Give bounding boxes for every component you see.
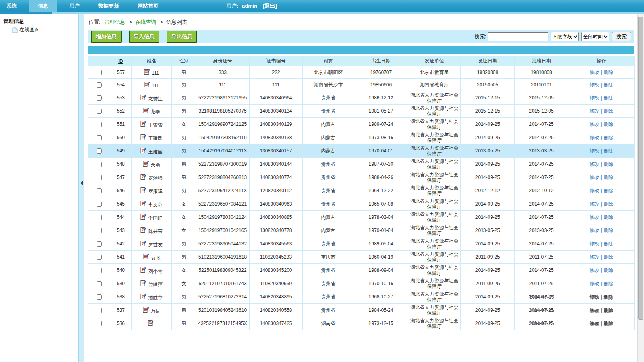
- delete-link[interactable]: 删除: [604, 281, 613, 286]
- delete-link[interactable]: 删除: [604, 214, 613, 220]
- edit-link[interactable]: 修改: [589, 121, 599, 127]
- row-checkbox[interactable]: [97, 294, 102, 300]
- delete-link[interactable]: 删除: [604, 70, 613, 75]
- row-issuer: 湖北省人力资源与社会保障厅: [408, 224, 461, 237]
- row-checkbox[interactable]: [97, 162, 102, 167]
- nav-tab-users[interactable]: 用户: [63, 0, 86, 12]
- scrollbar-thumb[interactable]: [638, 17, 643, 320]
- edit-link[interactable]: 修改: [589, 188, 599, 193]
- edit-doc-icon: [140, 94, 146, 101]
- edit-link[interactable]: 修改: [589, 254, 599, 260]
- export-info-button[interactable]: 导出信息: [167, 31, 197, 43]
- row-checkbox[interactable]: [97, 321, 102, 326]
- edit-link[interactable]: 修改: [589, 148, 599, 154]
- row-checkbox[interactable]: [97, 95, 102, 101]
- row-checkbox[interactable]: [97, 308, 102, 313]
- sidebar-item-online-query[interactable]: 在线查询: [6, 27, 75, 33]
- delete-link[interactable]: 删除: [604, 307, 613, 313]
- edit-link[interactable]: 修改: [589, 135, 599, 140]
- row-checkbox[interactable]: [97, 202, 102, 207]
- edit-link[interactable]: 修改: [589, 307, 599, 313]
- row-cert-no: 140820348895: [250, 290, 303, 304]
- user-label: 用户:: [226, 3, 238, 9]
- search-button[interactable]: 搜索: [612, 32, 631, 41]
- row-birth-date: 1978-03-04: [354, 211, 408, 224]
- row-checkbox[interactable]: [97, 215, 102, 220]
- field-select[interactable]: 不限字段: [551, 32, 579, 41]
- logout-link[interactable]: [退出]: [263, 3, 277, 9]
- delete-link[interactable]: 删除: [604, 228, 613, 233]
- sidebar: 管理信息 在线查询: [0, 14, 78, 362]
- delete-link[interactable]: 删除: [604, 188, 613, 193]
- row-checkbox[interactable]: [97, 148, 102, 154]
- edit-link[interactable]: 修改: [589, 108, 599, 114]
- edit-link[interactable]: 修改: [589, 214, 599, 220]
- nav-tab-site-home[interactable]: 网站首页: [131, 0, 165, 12]
- delete-link[interactable]: 删除: [604, 82, 613, 88]
- edit-link[interactable]: 修改: [589, 161, 599, 167]
- search-input[interactable]: [488, 32, 548, 41]
- row-issuer: 湖北省人力资源与社会保障厅: [408, 277, 461, 290]
- collapse-arrow-icon[interactable]: [80, 181, 83, 185]
- delete-link[interactable]: 删除: [604, 148, 613, 154]
- nav-tab-data-update[interactable]: 数据更新: [92, 0, 126, 12]
- row-issuer: 湖北省人力资源与社会保障厅: [408, 264, 461, 277]
- nav-tab-system[interactable]: 系统: [0, 0, 23, 12]
- edit-link[interactable]: 修改: [589, 321, 599, 326]
- row-origin: 北京市朝阳区: [303, 66, 354, 79]
- delete-link[interactable]: 删除: [604, 321, 613, 326]
- row-checkbox[interactable]: [97, 281, 102, 286]
- row-checkbox[interactable]: [97, 228, 102, 233]
- delete-link[interactable]: 删除: [604, 294, 613, 300]
- row-birth-date: 1970-01-04: [354, 224, 408, 237]
- edit-link[interactable]: 修改: [589, 175, 599, 180]
- edit-link[interactable]: 修改: [589, 267, 599, 273]
- edit-link[interactable]: 修改: [589, 294, 599, 300]
- row-cert-no: 140830347425: [250, 317, 303, 330]
- row-checkbox[interactable]: [97, 255, 102, 260]
- edit-link[interactable]: 修改: [589, 95, 599, 101]
- edit-link[interactable]: 修改: [589, 82, 599, 88]
- row-checkbox[interactable]: [97, 268, 102, 273]
- row-checkbox[interactable]: [97, 82, 102, 88]
- row-name-text: 李国红: [148, 215, 163, 221]
- delete-link[interactable]: 删除: [604, 161, 613, 167]
- delete-link[interactable]: 删除: [604, 95, 613, 101]
- sidebar-splitter[interactable]: [78, 14, 84, 362]
- delete-link[interactable]: 删除: [604, 175, 613, 180]
- row-id-number: 522527196810272314: [196, 290, 250, 304]
- breadcrumb-link-online-query[interactable]: 在线查询: [135, 19, 156, 25]
- row-checkbox[interactable]: [97, 70, 102, 75]
- delete-link[interactable]: 删除: [604, 121, 613, 127]
- import-info-button[interactable]: 导入信息: [129, 31, 159, 43]
- edit-link[interactable]: 修改: [589, 281, 599, 286]
- time-select[interactable]: 全部时间: [581, 32, 609, 41]
- delete-link[interactable]: 删除: [604, 135, 613, 140]
- delete-link[interactable]: 删除: [604, 254, 613, 260]
- header-action: 操作: [568, 56, 635, 66]
- delete-link[interactable]: 删除: [604, 267, 613, 273]
- row-checkbox[interactable]: [97, 135, 102, 140]
- row-checkbox[interactable]: [97, 241, 102, 247]
- delete-link[interactable]: 删除: [604, 108, 613, 114]
- breadcrumb-link-manage[interactable]: 管理信息: [104, 19, 125, 25]
- sidebar-title: 管理信息: [3, 18, 75, 25]
- edit-link[interactable]: 修改: [589, 201, 599, 207]
- edit-link[interactable]: 修改: [589, 70, 599, 75]
- delete-link[interactable]: 删除: [604, 241, 613, 247]
- row-id: 538: [110, 290, 132, 304]
- add-info-button[interactable]: 增加信息: [91, 31, 122, 43]
- row-name-text: 龙爱江: [148, 96, 163, 101]
- vertical-scrollbar[interactable]: [637, 14, 644, 362]
- nav-tab-info[interactable]: 信息: [29, 0, 57, 12]
- delete-link[interactable]: 删除: [604, 201, 613, 207]
- row-id: 539: [110, 277, 132, 290]
- table-row: 538潘胜章男522527196810272314140820348895贵州省…: [88, 290, 635, 304]
- edit-link[interactable]: 修改: [589, 228, 599, 233]
- edit-link[interactable]: 修改: [589, 241, 599, 247]
- row-id: 551: [110, 118, 132, 131]
- row-checkbox[interactable]: [97, 109, 102, 114]
- row-checkbox[interactable]: [97, 175, 102, 180]
- row-checkbox[interactable]: [97, 122, 102, 127]
- row-checkbox[interactable]: [97, 188, 102, 193]
